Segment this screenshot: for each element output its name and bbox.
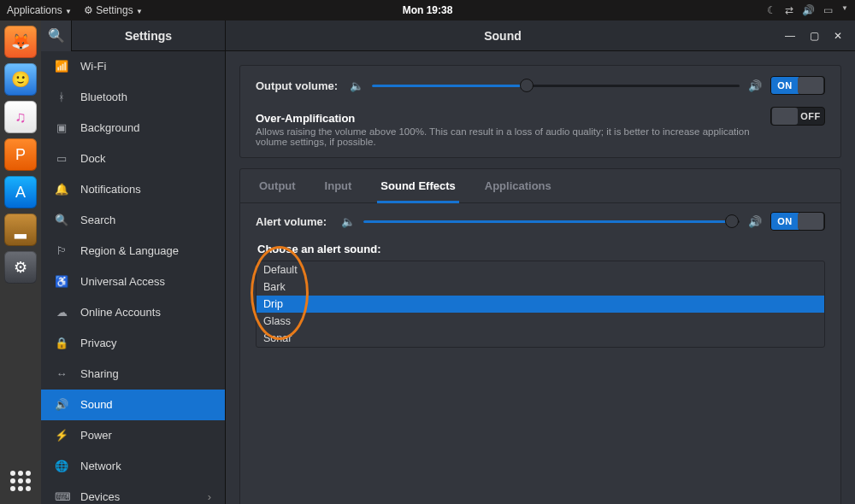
sidebar-item-background[interactable]: ▣Background <box>41 113 225 144</box>
tab-sound-effects[interactable]: Sound Effects <box>377 169 458 203</box>
alert-sound-bark[interactable]: Bark <box>256 278 824 296</box>
sidebar-item-region-language[interactable]: 🏳Region & Language <box>41 236 225 267</box>
output-volume-label: Output volume: <box>256 79 341 92</box>
bluetooth-icon: ᚼ <box>55 91 68 103</box>
sharing-icon: ↔ <box>55 367 68 380</box>
sidebar-item-privacy[interactable]: 🔒Privacy <box>41 328 225 359</box>
dock-presentation[interactable]: P <box>4 138 37 171</box>
over-amplification-title: Over-Amplification <box>256 112 762 125</box>
dock-settings[interactable]: ⚙ <box>4 251 37 284</box>
choose-alert-sound-label: Choose an alert sound: <box>257 243 825 255</box>
top-menu: Applications ▼ ⚙ Settings ▼ <box>7 4 143 16</box>
alert-sound-default[interactable]: Default <box>256 261 824 278</box>
output-card: Output volume: 🔈 🔊 ON Over-Am <box>239 65 841 158</box>
sidebar-item-notifications[interactable]: 🔔Notifications <box>41 174 225 205</box>
tab-input[interactable]: Input <box>321 169 356 203</box>
night-icon[interactable]: ☾ <box>767 4 776 16</box>
alert-sound-glass[interactable]: Glass <box>256 313 824 330</box>
sound-icon: 🔊 <box>55 398 68 411</box>
region-language-icon: 🏳 <box>55 244 68 257</box>
sidebar-item-universal-access[interactable]: ♿Universal Access <box>41 267 225 297</box>
speaker-low-icon: 🔈 <box>341 215 355 228</box>
sidebar-item-label: Background <box>80 121 139 134</box>
sidebar-item-sharing[interactable]: ↔Sharing <box>41 359 225 390</box>
over-amplification-switch[interactable]: OFF <box>770 107 825 126</box>
minimize-button[interactable]: — <box>780 26 800 45</box>
titlebar: 🔍 Settings Sound — ▢ ✕ <box>41 21 855 51</box>
sidebar-item-label: Universal Access <box>80 275 165 288</box>
settings-main: Output volume: 🔈 🔊 ON Over-Am <box>226 51 855 504</box>
dock-drive[interactable]: ▂ <box>4 214 37 246</box>
speaker-low-icon: 🔈 <box>350 79 363 92</box>
sidebar-item-label: Online Accounts <box>80 306 161 319</box>
sidebar-item-dock[interactable]: ▭Dock <box>41 144 225 174</box>
sound-tabs: OutputInputSound EffectsApplications <box>240 169 840 203</box>
dock-firefox[interactable]: 🦊 <box>4 26 37 58</box>
universal-access-icon: ♿ <box>55 275 68 288</box>
panel-title: Sound <box>226 29 780 43</box>
sidebar-item-label: Power <box>80 429 112 442</box>
top-panel: Applications ▼ ⚙ Settings ▼ Mon 19:38 ☾ … <box>0 0 855 21</box>
alert-volume-slider[interactable] <box>363 214 740 228</box>
clock[interactable]: Mon 19:38 <box>403 4 453 16</box>
tab-applications[interactable]: Applications <box>481 169 555 203</box>
show-applications[interactable] <box>4 465 37 497</box>
sidebar-item-online-accounts[interactable]: ☁Online Accounts <box>41 297 225 328</box>
alert-volume-label: Alert volume: <box>256 215 333 228</box>
network-icon: 🌐 <box>55 460 68 472</box>
alert-sound-sonar[interactable]: Sonar <box>256 330 824 347</box>
power-icon: ⚡ <box>55 429 68 442</box>
sidebar-item-wi-fi[interactable]: 📶Wi-Fi <box>41 51 225 82</box>
tab-output[interactable]: Output <box>256 169 299 203</box>
dock: 🦊 🙂 ♫ P A ▂ ⚙ <box>0 21 41 504</box>
battery-icon[interactable]: ▭ <box>823 4 833 16</box>
dock-files[interactable]: 🙂 <box>4 63 37 96</box>
sidebar-item-sound[interactable]: 🔊Sound <box>41 390 225 420</box>
sidebar-item-search[interactable]: 🔍Search <box>41 205 225 236</box>
dock-music[interactable]: ♫ <box>4 101 37 133</box>
system-tray[interactable]: ☾ ⇄ 🔊 ▭ ▼ <box>767 4 848 16</box>
sidebar-item-label: Privacy <box>80 337 117 349</box>
sidebar-item-label: Dock <box>80 152 106 165</box>
alert-mute-switch[interactable]: ON <box>770 212 825 231</box>
wi-fi-icon: 📶 <box>55 60 68 73</box>
alert-sound-list[interactable]: DefaultBarkDripGlassSonar <box>256 261 825 348</box>
online-accounts-icon: ☁ <box>55 306 68 319</box>
alert-sound-drip[interactable]: Drip <box>256 296 824 313</box>
dock-software[interactable]: A <box>4 176 37 208</box>
output-volume-slider[interactable] <box>372 79 740 92</box>
sidebar-item-label: Search <box>80 214 115 226</box>
background-icon: ▣ <box>55 121 68 134</box>
sidebar-item-label: Network <box>80 460 121 472</box>
sidebar-item-label: Region & Language <box>80 244 179 257</box>
dock-icon: ▭ <box>55 152 68 165</box>
search-icon: 🔍 <box>48 27 65 44</box>
notifications-icon: 🔔 <box>55 183 68 196</box>
sidebar-item-label: Sound <box>80 398 113 411</box>
sidebar-item-devices[interactable]: ⌨Devices› <box>41 482 225 504</box>
search-icon: 🔍 <box>55 214 68 226</box>
output-mute-switch[interactable]: ON <box>770 76 825 95</box>
settings-sidebar[interactable]: 📶Wi-FiᚼBluetooth▣Background▭Dock🔔Notific… <box>41 51 226 504</box>
sidebar-item-label: Notifications <box>80 183 141 196</box>
sidebar-title: Settings <box>72 21 226 50</box>
sidebar-item-label: Wi-Fi <box>80 60 106 73</box>
sound-tabs-card: OutputInputSound EffectsApplications Ale… <box>239 168 841 504</box>
sidebar-item-network[interactable]: 🌐Network <box>41 451 225 482</box>
power-menu-icon[interactable]: ▼ <box>841 4 848 16</box>
active-app-menu[interactable]: ⚙ Settings ▼ <box>84 4 143 16</box>
sidebar-item-bluetooth[interactable]: ᚼBluetooth <box>41 82 225 113</box>
maximize-button[interactable]: ▢ <box>804 26 824 45</box>
network-icon[interactable]: ⇄ <box>785 4 793 16</box>
close-button[interactable]: ✕ <box>828 26 848 45</box>
sidebar-item-label: Bluetooth <box>80 91 127 103</box>
applications-menu[interactable]: Applications ▼ <box>7 4 72 16</box>
sidebar-item-power[interactable]: ⚡Power <box>41 420 225 451</box>
speaker-high-icon: 🔊 <box>748 79 762 92</box>
sidebar-item-label: Devices <box>80 490 120 503</box>
chevron-right-icon: › <box>208 490 211 503</box>
header-search-button[interactable]: 🔍 <box>41 21 72 51</box>
volume-tray-icon[interactable]: 🔊 <box>802 4 815 16</box>
devices-icon: ⌨ <box>55 490 68 503</box>
privacy-icon: 🔒 <box>55 337 68 349</box>
